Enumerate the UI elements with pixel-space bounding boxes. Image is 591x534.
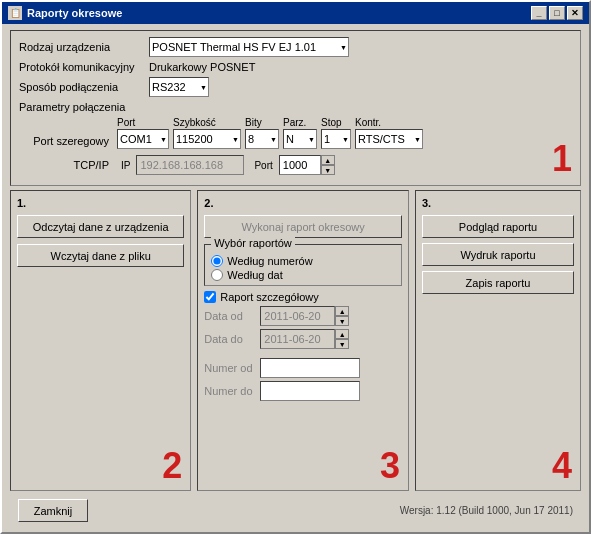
- wybor-groupbox: Wybór raportów Według numerów Według dat: [204, 244, 402, 286]
- data-od-spinbtns: ▲ ▼: [335, 306, 349, 326]
- tcp-row: TCP/IP IP Port ▲ ▼: [19, 155, 572, 175]
- port-tcp-spinbtns: ▲ ▼: [321, 155, 335, 175]
- sposob-select[interactable]: RS232 TCP/IP: [149, 77, 209, 97]
- version-text: Wersja: 1.12 (Build 1000, Jun 17 2011): [400, 505, 573, 516]
- data-do-label: Data do: [204, 333, 260, 345]
- parity-header: Parz.: [283, 117, 306, 128]
- parametry-label: Parametry połączenia: [19, 101, 149, 113]
- sections-row: 1. Odczytaj dane z urządzenia Wczytaj da…: [10, 190, 581, 491]
- speed-select[interactable]: 9600192003840057600115200: [173, 129, 241, 149]
- port-tcp-spin-wrapper: ▲ ▼: [279, 155, 335, 175]
- port-col: Port COM1COM2COM3COM4: [117, 117, 169, 149]
- protokol-label: Protokół komunikacyjny: [19, 61, 149, 73]
- parity-select[interactable]: NEO: [283, 129, 317, 149]
- radio-daty: Według dat: [211, 269, 395, 281]
- radio-daty-label: Według dat: [227, 269, 282, 281]
- radio-numery-label: Według numerów: [227, 255, 312, 267]
- radio-numery-input[interactable]: [211, 255, 223, 267]
- data-do-row: Data do ▲ ▼: [204, 329, 402, 349]
- section2-step: 1.: [17, 197, 184, 209]
- data-od-label: Data od: [204, 310, 260, 322]
- port-tcp-spin-up[interactable]: ▲: [321, 155, 335, 165]
- sposob-row: Sposób podłączenia RS232 TCP/IP: [19, 77, 572, 97]
- tcp-label: TCP/IP: [19, 159, 109, 171]
- port-tcp-label: Port: [254, 160, 272, 171]
- sposob-select-wrapper: RS232 TCP/IP: [149, 77, 209, 97]
- device-select[interactable]: POSNET Thermal HS FV EJ 1.01: [149, 37, 349, 57]
- sposob-label: Sposób podłączenia: [19, 81, 149, 93]
- data-do-spinbtns: ▲ ▼: [335, 329, 349, 349]
- control-col: Kontr. RTS/CTSXON/XOFFNone: [355, 117, 423, 149]
- numer-od-input[interactable]: [260, 358, 360, 378]
- data-od-input[interactable]: [260, 306, 335, 326]
- speed-header: Szybkość: [173, 117, 216, 128]
- podglad-button[interactable]: Podgląd raportu: [422, 215, 574, 238]
- window-icon: 📋: [8, 6, 22, 20]
- stop-col: Stop 12: [321, 117, 351, 149]
- protokol-row: Protokół komunikacyjny Drukarkowy POSNET: [19, 61, 572, 73]
- wydruk-button[interactable]: Wydruk raportu: [422, 243, 574, 266]
- numer-do-label: Numer do: [204, 385, 260, 397]
- stop-select-wrapper: 12: [321, 129, 351, 149]
- data-od-spin-up[interactable]: ▲: [335, 306, 349, 316]
- main-content: Rodzaj urządzenia POSNET Thermal HS FV E…: [2, 24, 589, 532]
- rodzaj-row: Rodzaj urządzenia POSNET Thermal HS FV E…: [19, 37, 572, 57]
- speed-col: Szybkość 9600192003840057600115200: [173, 117, 241, 149]
- data-od-wrapper: ▲ ▼: [260, 306, 349, 326]
- numer-do-input[interactable]: [260, 381, 360, 401]
- maximize-button[interactable]: □: [549, 6, 565, 20]
- title-bar: 📋 Raporty okresowe _ □ ✕: [2, 2, 589, 24]
- numer-od-label: Numer od: [204, 362, 260, 374]
- footer: Zamknij Wersja: 1.12 (Build 1000, Jun 17…: [10, 495, 581, 526]
- wybor-groupbox-title: Wybór raportów: [211, 237, 295, 249]
- raport-checkbox[interactable]: [204, 291, 216, 303]
- section3-step: 2.: [204, 197, 402, 209]
- zamknij-button[interactable]: Zamknij: [18, 499, 88, 522]
- section2-number-label: 2: [162, 448, 182, 484]
- stop-select[interactable]: 12: [321, 129, 351, 149]
- ip-label: IP: [121, 160, 130, 171]
- port-tcp-spin-down[interactable]: ▼: [321, 165, 335, 175]
- data-do-wrapper: ▲ ▼: [260, 329, 349, 349]
- port-header: Port: [117, 117, 135, 128]
- data-od-spin-down[interactable]: ▼: [335, 316, 349, 326]
- control-select[interactable]: RTS/CTSXON/XOFFNone: [355, 129, 423, 149]
- parity-select-wrapper: NEO: [283, 129, 317, 149]
- section4-step: 3.: [422, 197, 574, 209]
- control-select-wrapper: RTS/CTSXON/XOFFNone: [355, 129, 423, 149]
- device-select-wrapper: POSNET Thermal HS FV EJ 1.01: [149, 37, 349, 57]
- parametry-row: Parametry połączenia Port szeregowy Port…: [19, 101, 572, 175]
- port-select-wrapper: COM1COM2COM3COM4: [117, 129, 169, 149]
- data-do-spin-down[interactable]: ▼: [335, 339, 349, 349]
- radio-daty-input[interactable]: [211, 269, 223, 281]
- port-tcp-input[interactable]: [279, 155, 321, 175]
- radio-numery: Według numerów: [211, 255, 395, 267]
- wykonaj-button[interactable]: Wykonaj raport okresowy: [204, 215, 402, 238]
- section4-number-label: 4: [552, 448, 572, 484]
- raport-checkbox-row: Raport szczegółowy: [204, 291, 402, 303]
- data-do-input[interactable]: [260, 329, 335, 349]
- title-bar-controls: _ □ ✕: [531, 6, 583, 20]
- section2: 1. Odczytaj dane z urządzenia Wczytaj da…: [10, 190, 191, 491]
- wczytaj-button[interactable]: Wczytaj dane z pliku: [17, 244, 184, 267]
- bits-select[interactable]: 78: [245, 129, 279, 149]
- data-od-row: Data od ▲ ▼: [204, 306, 402, 326]
- port-select[interactable]: COM1COM2COM3COM4: [117, 129, 169, 149]
- stop-header: Stop: [321, 117, 342, 128]
- section3: 2. Wykonaj raport okresowy Wybór raportó…: [197, 190, 409, 491]
- odczytaj-button[interactable]: Odczytaj dane z urządzenia: [17, 215, 184, 238]
- close-button[interactable]: ✕: [567, 6, 583, 20]
- ip-input[interactable]: [136, 155, 244, 175]
- protokol-value: Drukarkowy POSNET: [149, 61, 255, 73]
- section1-number-label: 1: [552, 141, 572, 177]
- parity-col: Parz. NEO: [283, 117, 317, 149]
- control-header: Kontr.: [355, 117, 381, 128]
- speed-select-wrapper: 9600192003840057600115200: [173, 129, 241, 149]
- title-bar-text: 📋 Raporty okresowe: [8, 6, 122, 20]
- bits-col: Bity 78: [245, 117, 279, 149]
- radio-group: Według numerów Według dat: [211, 255, 395, 281]
- minimize-button[interactable]: _: [531, 6, 547, 20]
- zapis-button[interactable]: Zapis raportu: [422, 271, 574, 294]
- data-do-spin-up[interactable]: ▲: [335, 329, 349, 339]
- bits-select-wrapper: 78: [245, 129, 279, 149]
